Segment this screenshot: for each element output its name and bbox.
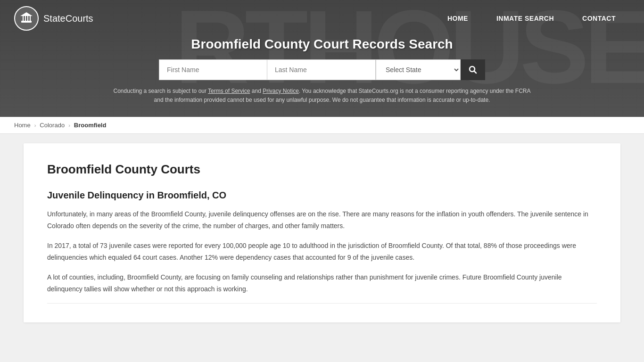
svg-rect-3: [27, 16, 28, 21]
breadcrumb-state[interactable]: Colorado: [40, 122, 65, 129]
search-button[interactable]: [461, 59, 485, 80]
svg-rect-2: [25, 16, 26, 21]
navigation: StateCourts HOME INMATE SEARCH CONTACT: [0, 0, 644, 37]
content-card: Broomfield County Courts Juvenile Delinq…: [24, 143, 620, 322]
svg-rect-4: [30, 16, 31, 21]
state-select[interactable]: Select State Alabama Alaska Arizona Arka…: [376, 59, 461, 80]
content-divider: [47, 303, 597, 304]
section1-para1: Unfortunately, in many areas of the Broo…: [47, 208, 597, 231]
breadcrumb-sep-1: ›: [34, 123, 36, 128]
section1-para2: In 2017, a total of 73 juvenile cases we…: [47, 240, 597, 263]
section1-para3: A lot of counties, including, Broomfield…: [47, 272, 597, 295]
nav-contact[interactable]: CONTACT: [568, 1, 630, 35]
nav-links: HOME INMATE SEARCH CONTACT: [433, 1, 630, 35]
breadcrumb-county: Broomfield: [74, 122, 107, 129]
logo-text: StateCourts: [43, 13, 93, 24]
logo-icon: [14, 6, 39, 31]
breadcrumb-home[interactable]: Home: [14, 122, 31, 129]
page-wrapper: Broomfield County Courts Juvenile Delinq…: [0, 134, 644, 341]
breadcrumb-sep-2: ›: [68, 123, 70, 128]
hero-title: Broomfield County Court Records Search: [9, 37, 635, 52]
nav-home[interactable]: HOME: [433, 1, 482, 35]
svg-line-8: [474, 71, 477, 74]
disclaimer-text: Conducting a search is subject to our Te…: [110, 87, 534, 112]
last-name-input[interactable]: [267, 59, 376, 80]
page-title: Broomfield County Courts: [47, 162, 597, 177]
hero-section: RTHOUSE StateCourts HOME INMATE SEA: [0, 0, 644, 117]
privacy-link[interactable]: Privacy Notice: [263, 88, 299, 94]
svg-rect-1: [23, 16, 24, 21]
tos-link[interactable]: Terms of Service: [208, 88, 250, 94]
hero-content: Broomfield County Court Records Search S…: [0, 37, 644, 117]
breadcrumb-bar: Home › Colorado › Broomfield: [0, 117, 644, 134]
section1-heading: Juvenile Delinquency in Broomfield, CO: [47, 190, 597, 201]
first-name-input[interactable]: [159, 59, 267, 80]
svg-point-6: [25, 13, 27, 15]
nav-inmate-search[interactable]: INMATE SEARCH: [482, 1, 568, 35]
search-bar: Select State Alabama Alaska Arizona Arka…: [9, 59, 635, 80]
site-logo[interactable]: StateCourts: [14, 6, 93, 31]
